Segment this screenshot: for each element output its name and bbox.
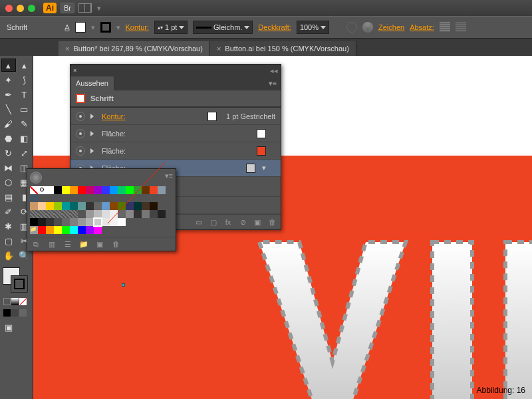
visibility-icon[interactable] <box>76 112 85 121</box>
attr-swatch[interactable] <box>257 129 266 138</box>
stroke-box[interactable] <box>11 275 28 293</box>
disclosure-icon[interactable] <box>90 131 96 136</box>
swatch-cell[interactable] <box>94 218 102 226</box>
attr-swatch[interactable] <box>207 112 217 121</box>
attr-label[interactable]: Kontur: <box>102 112 125 120</box>
swatch-cell[interactable] <box>94 226 102 234</box>
swatch-cell[interactable] <box>94 202 102 210</box>
swatch-cell[interactable] <box>54 210 62 218</box>
stroke-weight-select[interactable]: ▴▾1 pt <box>154 21 188 34</box>
recolor-icon[interactable] <box>362 22 373 33</box>
swatch-cell[interactable] <box>142 202 150 210</box>
swatch-cell[interactable] <box>46 218 54 226</box>
swatch-cell[interactable] <box>30 218 38 226</box>
new-stroke-icon[interactable]: ▭ <box>194 217 203 227</box>
bridge-badge[interactable]: Br <box>61 3 74 13</box>
swatch-cell[interactable] <box>150 186 158 194</box>
swatch-cell[interactable] <box>38 226 46 234</box>
mesh-tool[interactable]: ▤ <box>1 190 16 203</box>
swatch-menu-icon[interactable]: ▾≡ <box>165 172 173 184</box>
swatch-cell[interactable]: 📁 <box>30 226 38 234</box>
duplicate-icon[interactable]: ▣ <box>253 217 262 227</box>
color-target-icon[interactable] <box>30 172 42 184</box>
swatch-cell[interactable] <box>70 218 78 226</box>
char-icon[interactable]: A <box>65 23 69 31</box>
swatch-cell[interactable] <box>118 202 126 210</box>
swatch-cell[interactable] <box>46 226 54 234</box>
swatch-cell[interactable] <box>30 210 38 218</box>
rotate-tool[interactable]: ↻ <box>1 146 16 160</box>
swatch-cell[interactable] <box>62 226 70 234</box>
attr-swatch[interactable] <box>246 164 255 173</box>
panel-tab[interactable]: Aussehen <box>70 76 114 90</box>
swatch-cell[interactable] <box>38 186 46 194</box>
magic-wand-tool[interactable]: ✦ <box>1 73 16 86</box>
swatch-cell[interactable] <box>38 202 46 210</box>
swatch-cell[interactable] <box>38 218 46 226</box>
document-tab[interactable]: ×Button.ai bei 150 % (CMYK/Vorschau) <box>210 41 356 56</box>
swatch-cell[interactable] <box>46 186 54 194</box>
swatch-cell[interactable] <box>118 186 126 194</box>
selection-tool[interactable]: ▴ <box>1 59 16 72</box>
pencil-tool[interactable]: ✎ <box>17 117 32 130</box>
pen-tool[interactable]: ✒ <box>1 88 16 101</box>
swatch-cell[interactable] <box>150 210 158 218</box>
swatch-cell[interactable] <box>30 186 38 194</box>
artboard-tool[interactable]: ▢ <box>1 234 16 247</box>
color-modes[interactable] <box>1 298 31 305</box>
color-mode-icon[interactable] <box>3 298 11 305</box>
new-fill-icon[interactable]: ▢ <box>209 217 218 227</box>
swatch-cell[interactable] <box>118 210 126 218</box>
layout-icon[interactable] <box>78 3 92 13</box>
rectangle-tool[interactable]: ▭ <box>17 102 32 116</box>
new-group-icon[interactable]: 📁 <box>79 239 88 249</box>
swatch-cell[interactable] <box>30 202 38 210</box>
symbol-sprayer-tool[interactable]: ✱ <box>1 219 16 233</box>
swatch-kind-icon[interactable]: ▥ <box>47 239 57 249</box>
appearance-row[interactable]: Fläche: <box>70 142 281 160</box>
swatch-cell[interactable] <box>46 210 54 218</box>
lasso-tool[interactable]: ⟆ <box>17 73 32 86</box>
attr-swatch[interactable] <box>257 146 266 156</box>
brush-tool[interactable]: 🖌 <box>1 117 16 130</box>
swatch-cell[interactable] <box>110 186 118 194</box>
panel-close-icon[interactable]: × <box>73 67 76 74</box>
swatch-cell[interactable] <box>62 210 70 218</box>
close-tab-icon[interactable]: × <box>65 45 69 53</box>
eraser-tool[interactable]: ◧ <box>17 132 32 145</box>
swatch-cell[interactable] <box>86 218 94 226</box>
disclosure-icon[interactable] <box>90 148 96 154</box>
swatch-cell[interactable] <box>110 202 118 210</box>
swatch-cell[interactable] <box>158 186 166 194</box>
shape-builder-tool[interactable]: ⬡ <box>1 176 16 189</box>
appearance-row[interactable]: Fläche: <box>70 125 281 142</box>
char-panel-link[interactable]: Zeichen <box>378 23 404 31</box>
close-tab-icon[interactable]: × <box>217 45 221 53</box>
swatch-cell[interactable] <box>94 210 102 218</box>
swatch-cell[interactable] <box>118 218 126 226</box>
swatch-cell[interactable] <box>30 194 38 202</box>
delete-swatch-icon[interactable]: 🗑 <box>111 239 120 249</box>
swatch-cell[interactable] <box>38 210 46 218</box>
blob-brush-tool[interactable]: ⬣ <box>1 132 16 145</box>
swatch-options-icon[interactable]: ☰ <box>63 239 72 249</box>
stroke-style-select[interactable]: Gleichm. <box>193 21 253 34</box>
swatch-cell[interactable] <box>86 202 94 210</box>
type-tool[interactable]: T <box>17 88 32 101</box>
draw-inside-icon[interactable] <box>19 309 27 317</box>
swatch-cell[interactable] <box>150 202 158 210</box>
swatch-cell[interactable] <box>126 186 134 194</box>
swatch-cell[interactable] <box>46 202 54 210</box>
swatch-cell[interactable] <box>134 210 142 218</box>
swatch-cell[interactable] <box>94 186 102 194</box>
stroke-link[interactable]: Kontur: <box>126 23 149 31</box>
swatch-cell[interactable] <box>78 226 86 234</box>
swatch-cell[interactable] <box>70 210 78 218</box>
swatch-cell[interactable] <box>134 202 142 210</box>
swatch-cell[interactable] <box>62 202 70 210</box>
minimize-window[interactable] <box>17 5 24 12</box>
line-tool[interactable]: ╲ <box>1 102 16 116</box>
swatch-cell[interactable] <box>78 210 86 218</box>
delete-icon[interactable]: 🗑 <box>267 217 277 227</box>
swatch-cell[interactable] <box>158 210 166 218</box>
